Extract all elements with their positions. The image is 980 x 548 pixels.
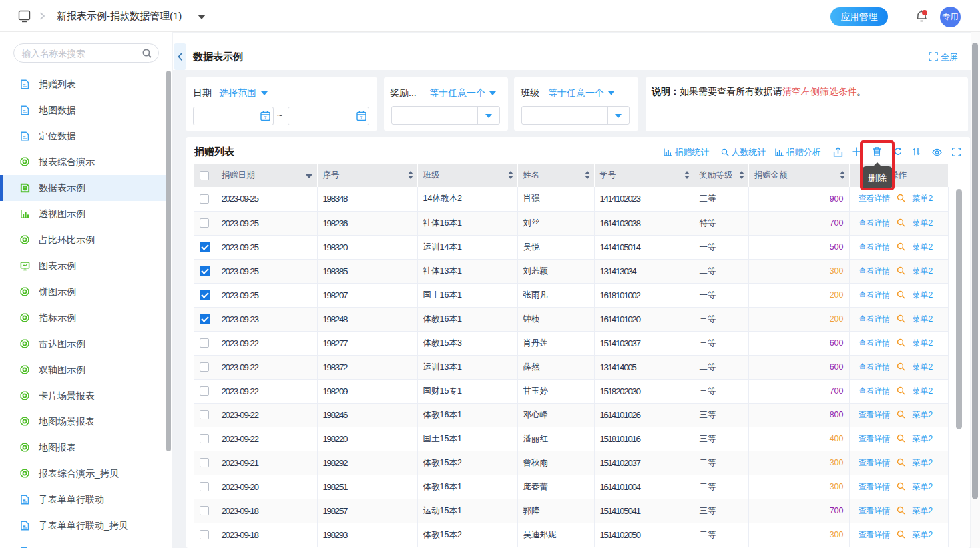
svg-text:7: 7 — [264, 115, 267, 120]
svg-text:7: 7 — [360, 115, 363, 120]
